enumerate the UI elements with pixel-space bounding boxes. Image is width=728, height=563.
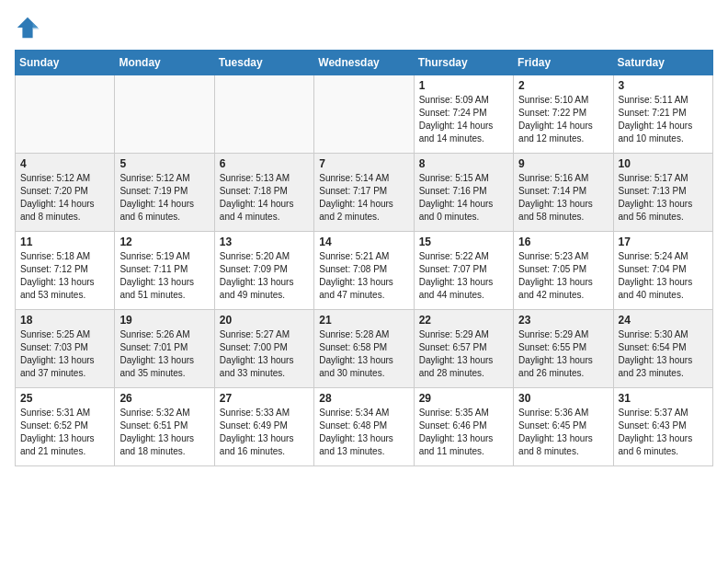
day-number: 16 bbox=[518, 236, 608, 248]
calendar-cell: 9Sunrise: 5:16 AM Sunset: 7:14 PM Daylig… bbox=[514, 154, 613, 232]
day-info: Sunrise: 5:31 AM Sunset: 6:52 PM Dayligh… bbox=[20, 407, 109, 458]
calendar-week-2: 4Sunrise: 5:12 AM Sunset: 7:20 PM Daylig… bbox=[16, 154, 713, 232]
calendar-cell: 12Sunrise: 5:19 AM Sunset: 7:11 PM Dayli… bbox=[115, 232, 214, 310]
calendar-cell bbox=[214, 75, 313, 154]
day-info: Sunrise: 5:14 AM Sunset: 7:17 PM Dayligh… bbox=[319, 172, 408, 224]
day-info: Sunrise: 5:19 AM Sunset: 7:11 PM Dayligh… bbox=[119, 250, 209, 302]
calendar-week-1: 1Sunrise: 5:09 AM Sunset: 7:24 PM Daylig… bbox=[16, 75, 713, 154]
day-info: Sunrise: 5:30 AM Sunset: 6:54 PM Dayligh… bbox=[619, 328, 708, 380]
logo-icon bbox=[15, 15, 40, 40]
day-info: Sunrise: 5:11 AM Sunset: 7:21 PM Dayligh… bbox=[619, 94, 708, 145]
day-number: 18 bbox=[20, 314, 109, 327]
calendar-body: 1Sunrise: 5:09 AM Sunset: 7:24 PM Daylig… bbox=[16, 75, 713, 466]
day-number: 26 bbox=[119, 392, 209, 405]
day-info: Sunrise: 5:15 AM Sunset: 7:16 PM Dayligh… bbox=[419, 172, 508, 224]
weekday-header-saturday: Saturday bbox=[613, 51, 712, 75]
day-info: Sunrise: 5:16 AM Sunset: 7:14 PM Dayligh… bbox=[518, 172, 608, 224]
calendar-cell: 5Sunrise: 5:12 AM Sunset: 7:19 PM Daylig… bbox=[115, 154, 214, 232]
day-info: Sunrise: 5:25 AM Sunset: 7:03 PM Dayligh… bbox=[20, 328, 109, 380]
day-number: 7 bbox=[319, 157, 408, 170]
logo bbox=[15, 15, 44, 40]
weekday-header-sunday: Sunday bbox=[16, 51, 115, 75]
calendar-week-5: 25Sunrise: 5:31 AM Sunset: 6:52 PM Dayli… bbox=[16, 388, 713, 466]
calendar-cell: 17Sunrise: 5:24 AM Sunset: 7:04 PM Dayli… bbox=[613, 232, 712, 310]
calendar-cell: 15Sunrise: 5:22 AM Sunset: 7:07 PM Dayli… bbox=[414, 232, 513, 310]
weekday-header-monday: Monday bbox=[115, 51, 214, 75]
day-info: Sunrise: 5:12 AM Sunset: 7:19 PM Dayligh… bbox=[119, 172, 209, 224]
day-number: 15 bbox=[419, 236, 508, 248]
calendar-cell bbox=[16, 75, 115, 154]
day-number: 29 bbox=[419, 392, 508, 405]
calendar-week-4: 18Sunrise: 5:25 AM Sunset: 7:03 PM Dayli… bbox=[16, 310, 713, 388]
day-number: 21 bbox=[319, 314, 408, 327]
calendar-cell: 11Sunrise: 5:18 AM Sunset: 7:12 PM Dayli… bbox=[16, 232, 115, 310]
day-info: Sunrise: 5:28 AM Sunset: 6:58 PM Dayligh… bbox=[319, 328, 408, 380]
day-info: Sunrise: 5:21 AM Sunset: 7:08 PM Dayligh… bbox=[319, 250, 408, 302]
calendar-cell: 2Sunrise: 5:10 AM Sunset: 7:22 PM Daylig… bbox=[514, 75, 613, 154]
calendar-cell: 13Sunrise: 5:20 AM Sunset: 7:09 PM Dayli… bbox=[214, 232, 313, 310]
day-number: 4 bbox=[20, 157, 109, 170]
calendar-cell: 1Sunrise: 5:09 AM Sunset: 7:24 PM Daylig… bbox=[414, 75, 513, 154]
calendar-cell: 22Sunrise: 5:29 AM Sunset: 6:57 PM Dayli… bbox=[414, 310, 513, 388]
day-number: 22 bbox=[419, 314, 508, 327]
day-number: 5 bbox=[119, 157, 209, 170]
calendar-week-3: 11Sunrise: 5:18 AM Sunset: 7:12 PM Dayli… bbox=[16, 232, 713, 310]
day-info: Sunrise: 5:09 AM Sunset: 7:24 PM Dayligh… bbox=[419, 94, 508, 145]
day-info: Sunrise: 5:34 AM Sunset: 6:48 PM Dayligh… bbox=[319, 407, 408, 458]
calendar-cell: 10Sunrise: 5:17 AM Sunset: 7:13 PM Dayli… bbox=[613, 154, 712, 232]
weekday-header-friday: Friday bbox=[514, 51, 613, 75]
day-number: 31 bbox=[619, 392, 708, 405]
day-info: Sunrise: 5:35 AM Sunset: 6:46 PM Dayligh… bbox=[419, 407, 508, 458]
calendar-cell: 18Sunrise: 5:25 AM Sunset: 7:03 PM Dayli… bbox=[16, 310, 115, 388]
calendar-cell: 24Sunrise: 5:30 AM Sunset: 6:54 PM Dayli… bbox=[613, 310, 712, 388]
day-number: 13 bbox=[220, 236, 309, 248]
day-number: 11 bbox=[20, 236, 109, 248]
day-info: Sunrise: 5:32 AM Sunset: 6:51 PM Dayligh… bbox=[119, 407, 209, 458]
day-number: 14 bbox=[319, 236, 408, 248]
day-info: Sunrise: 5:29 AM Sunset: 6:57 PM Dayligh… bbox=[419, 328, 508, 380]
calendar-cell bbox=[115, 75, 214, 154]
day-info: Sunrise: 5:17 AM Sunset: 7:13 PM Dayligh… bbox=[619, 172, 708, 224]
day-number: 3 bbox=[619, 79, 708, 92]
calendar-cell bbox=[314, 75, 414, 154]
calendar-cell: 4Sunrise: 5:12 AM Sunset: 7:20 PM Daylig… bbox=[16, 154, 115, 232]
day-number: 9 bbox=[518, 157, 608, 170]
weekday-header-tuesday: Tuesday bbox=[214, 51, 313, 75]
calendar-cell: 30Sunrise: 5:36 AM Sunset: 6:45 PM Dayli… bbox=[514, 388, 613, 466]
day-info: Sunrise: 5:23 AM Sunset: 7:05 PM Dayligh… bbox=[518, 250, 608, 302]
day-number: 12 bbox=[119, 236, 209, 248]
day-number: 17 bbox=[619, 236, 708, 248]
day-info: Sunrise: 5:12 AM Sunset: 7:20 PM Dayligh… bbox=[20, 172, 109, 224]
day-info: Sunrise: 5:18 AM Sunset: 7:12 PM Dayligh… bbox=[20, 250, 109, 302]
day-number: 8 bbox=[419, 157, 508, 170]
calendar-cell: 26Sunrise: 5:32 AM Sunset: 6:51 PM Dayli… bbox=[115, 388, 214, 466]
day-number: 10 bbox=[619, 157, 708, 170]
svg-marker-1 bbox=[33, 22, 40, 29]
calendar-cell: 7Sunrise: 5:14 AM Sunset: 7:17 PM Daylig… bbox=[314, 154, 414, 232]
day-number: 6 bbox=[220, 157, 309, 170]
weekday-header-thursday: Thursday bbox=[414, 51, 513, 75]
day-number: 24 bbox=[619, 314, 708, 327]
day-info: Sunrise: 5:20 AM Sunset: 7:09 PM Dayligh… bbox=[220, 250, 309, 302]
day-number: 25 bbox=[20, 392, 109, 405]
day-info: Sunrise: 5:10 AM Sunset: 7:22 PM Dayligh… bbox=[518, 94, 608, 145]
day-info: Sunrise: 5:22 AM Sunset: 7:07 PM Dayligh… bbox=[419, 250, 508, 302]
day-info: Sunrise: 5:26 AM Sunset: 7:01 PM Dayligh… bbox=[119, 328, 209, 380]
day-info: Sunrise: 5:36 AM Sunset: 6:45 PM Dayligh… bbox=[518, 407, 608, 458]
day-number: 28 bbox=[319, 392, 408, 405]
day-info: Sunrise: 5:24 AM Sunset: 7:04 PM Dayligh… bbox=[619, 250, 708, 302]
calendar-cell: 23Sunrise: 5:29 AM Sunset: 6:55 PM Dayli… bbox=[514, 310, 613, 388]
day-info: Sunrise: 5:29 AM Sunset: 6:55 PM Dayligh… bbox=[518, 328, 608, 380]
calendar-cell: 3Sunrise: 5:11 AM Sunset: 7:21 PM Daylig… bbox=[613, 75, 712, 154]
calendar-cell: 29Sunrise: 5:35 AM Sunset: 6:46 PM Dayli… bbox=[414, 388, 513, 466]
day-number: 2 bbox=[518, 79, 608, 92]
day-number: 27 bbox=[220, 392, 309, 405]
day-number: 1 bbox=[419, 79, 508, 92]
day-number: 19 bbox=[119, 314, 209, 327]
page-header bbox=[15, 15, 713, 40]
calendar-cell: 16Sunrise: 5:23 AM Sunset: 7:05 PM Dayli… bbox=[514, 232, 613, 310]
calendar-header-row: SundayMondayTuesdayWednesdayThursdayFrid… bbox=[16, 51, 713, 75]
day-number: 20 bbox=[220, 314, 309, 327]
calendar-cell: 31Sunrise: 5:37 AM Sunset: 6:43 PM Dayli… bbox=[613, 388, 712, 466]
day-info: Sunrise: 5:13 AM Sunset: 7:18 PM Dayligh… bbox=[220, 172, 309, 224]
